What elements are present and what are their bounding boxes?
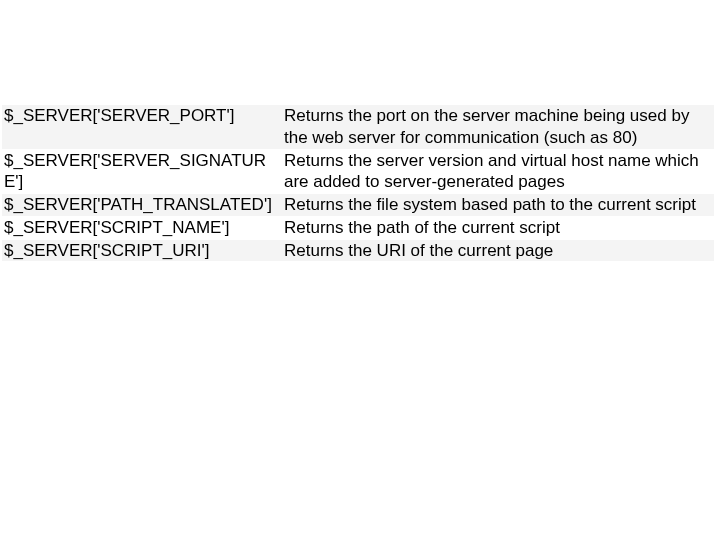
var-key: $_SERVER['PATH_TRANSLATED'] xyxy=(2,194,282,217)
var-desc: Returns the port on the server machine b… xyxy=(282,105,714,149)
var-desc: Returns the server version and virtual h… xyxy=(282,149,714,194)
table-row: $_SERVER['SCRIPT_URI'] Returns the URI o… xyxy=(2,239,714,262)
server-vars-table: $_SERVER['SERVER_PORT'] Returns the port… xyxy=(2,105,714,262)
table-row: $_SERVER['SCRIPT_NAME'] Returns the path… xyxy=(2,216,714,239)
table-row: $_SERVER['SERVER_PORT'] Returns the port… xyxy=(2,105,714,149)
var-key: $_SERVER['SERVER_SIGNATURE'] xyxy=(2,149,282,194)
var-key: $_SERVER['SCRIPT_URI'] xyxy=(2,239,282,262)
var-desc: Returns the URI of the current page xyxy=(282,239,714,262)
table-row: $_SERVER['SERVER_SIGNATURE'] Returns the… xyxy=(2,149,714,194)
var-desc: Returns the path of the current script xyxy=(282,216,714,239)
var-key: $_SERVER['SERVER_PORT'] xyxy=(2,105,282,149)
var-key: $_SERVER['SCRIPT_NAME'] xyxy=(2,216,282,239)
var-desc: Returns the file system based path to th… xyxy=(282,194,714,217)
page: $_SERVER['SERVER_PORT'] Returns the port… xyxy=(0,0,720,262)
table-row: $_SERVER['PATH_TRANSLATED'] Returns the … xyxy=(2,194,714,217)
